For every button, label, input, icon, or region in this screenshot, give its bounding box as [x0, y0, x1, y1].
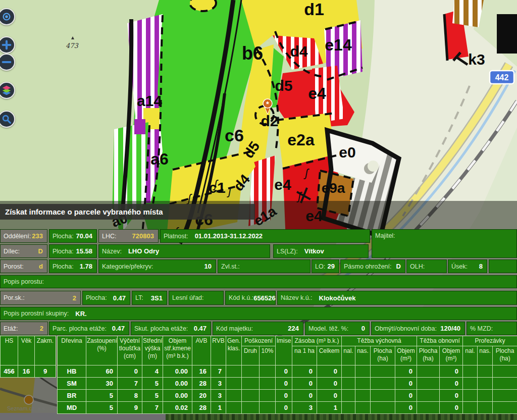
table-cell: 9	[35, 365, 56, 378]
table-cell: 0	[292, 390, 317, 402]
table-cell: 7	[142, 402, 163, 414]
table-cell: 0	[395, 378, 417, 390]
table-cell: 0.00	[163, 365, 192, 378]
column-header: Věk	[18, 336, 35, 365]
info-cell: Obmýtí/obnovní doba:120/40	[371, 322, 465, 335]
table-cell: 456	[1, 365, 18, 378]
field-value: 15.58	[76, 247, 93, 255]
table-cell: 0.02	[163, 402, 192, 414]
column-header: Druh	[242, 346, 260, 365]
info-cell: Plocha:0.47	[82, 291, 130, 305]
table-cell: 4	[142, 365, 163, 378]
table-cell	[371, 390, 395, 402]
column-header: nal.	[342, 346, 355, 365]
field-value: 720803	[132, 232, 155, 240]
info-cell: Pásmo ohrožení:D	[340, 259, 405, 273]
parcel-label: k3	[468, 51, 485, 68]
table-cell	[342, 402, 355, 414]
table-cell: 7	[211, 365, 226, 378]
info-cell: Porost:d	[0, 259, 47, 273]
field-value: 8	[479, 262, 484, 270]
info-cell: Por.sk.:2	[0, 291, 81, 305]
info-cell: OLH:	[406, 259, 447, 273]
elevation-label: 473	[66, 42, 79, 49]
parcel-label: d1	[304, 0, 324, 19]
table-cell	[260, 402, 276, 414]
table-cell	[355, 365, 371, 378]
column-header: Plocha (ha)	[371, 346, 395, 365]
info-cell: Název:LHO Odry	[98, 244, 270, 258]
table-cell: 0	[440, 402, 463, 414]
field-value: D	[396, 262, 402, 270]
column-header: RVB	[211, 336, 226, 365]
column-header: Těžba obnovní	[417, 336, 463, 346]
column-header: Imise	[276, 336, 292, 365]
table-cell	[463, 378, 478, 390]
field-label: Plocha:	[53, 248, 74, 255]
field-label: LHC:	[102, 233, 116, 240]
column-header: Zakm.	[35, 336, 56, 365]
info-cell: LS(LZ):Vítkov	[273, 244, 369, 258]
info-cell: Zvl.st.:	[218, 259, 311, 273]
stand-summary-table: HSVěkZakm.456169	[0, 336, 56, 378]
table-cell	[260, 365, 276, 378]
field-value: LHO Odry	[128, 247, 159, 255]
table-cell: 28	[192, 402, 211, 414]
table-cell	[226, 390, 242, 402]
parcel-label: c6	[225, 126, 244, 145]
info-cell: Plocha:1.78	[49, 259, 97, 273]
info-cell: LHC:720803	[98, 229, 159, 243]
column-header: Plocha (ha)	[417, 346, 440, 365]
table-cell: BR	[58, 390, 86, 402]
field-label: Plocha:	[86, 294, 107, 301]
field-value: 233	[32, 232, 44, 240]
field-value: 120/40	[440, 325, 461, 332]
field-label: OLH:	[410, 263, 425, 270]
field-label: Lesní úřad:	[172, 294, 204, 301]
info-cell: Parc. plocha etáže:0.47	[49, 322, 129, 335]
road-sign-label: 442	[495, 73, 509, 82]
column-header: Zásoba (m³ b.k.)	[292, 336, 342, 346]
field-label: Oddělení:	[4, 233, 31, 240]
table-cell: 0	[276, 365, 292, 378]
table-cell: 0.00	[163, 378, 192, 390]
column-header: Objem stř.kmene (m³ b.k.)	[163, 336, 192, 365]
field-label: Pásmo ohrožení:	[344, 263, 392, 270]
table-cell	[226, 378, 242, 390]
field-value: Klokočůvek	[319, 294, 356, 302]
table-cell	[417, 402, 440, 414]
field-label: Dílec:	[4, 248, 20, 255]
table-row: BR5850.0020300000	[58, 390, 517, 402]
column-header: Střední výška (m)	[142, 336, 163, 365]
parcel-label: e0	[339, 144, 355, 161]
table-cell: 0	[276, 402, 292, 414]
road-sign-442: 442	[490, 71, 514, 84]
info-cell: Plocha:70.04	[49, 229, 97, 243]
table-cell: HB	[58, 365, 86, 378]
table-cell: 60	[86, 365, 118, 378]
table-cell	[493, 390, 517, 402]
column-header: Zastoupení (%)	[86, 336, 118, 365]
parcel-label: a14	[137, 92, 162, 109]
field-label: Platnost:	[164, 233, 188, 240]
table-cell: 7	[118, 378, 142, 390]
table-cell: 1	[211, 402, 226, 414]
field-label: Kód majetku:	[216, 325, 253, 332]
table-cell: 0	[292, 365, 317, 378]
field-label: Etáž:	[4, 325, 18, 332]
table-cell: 28	[192, 378, 211, 390]
map-tooltip: Získat informace o parcele vybraného mís…	[0, 204, 255, 220]
field-value: 0.47	[113, 294, 127, 302]
info-cell: Úsek:8	[448, 259, 487, 273]
layers-icon	[1, 85, 12, 96]
table-cell: 3	[211, 378, 226, 390]
info-cell: Dílec:D	[0, 244, 47, 258]
table-cell	[355, 378, 371, 390]
table-cell	[371, 402, 395, 414]
table-cell: 0	[440, 390, 463, 402]
table-cell	[463, 390, 478, 402]
magnifier-icon	[1, 114, 12, 125]
table-cell	[242, 378, 260, 390]
parcel-label: d2	[261, 113, 278, 129]
table-cell	[417, 365, 440, 378]
